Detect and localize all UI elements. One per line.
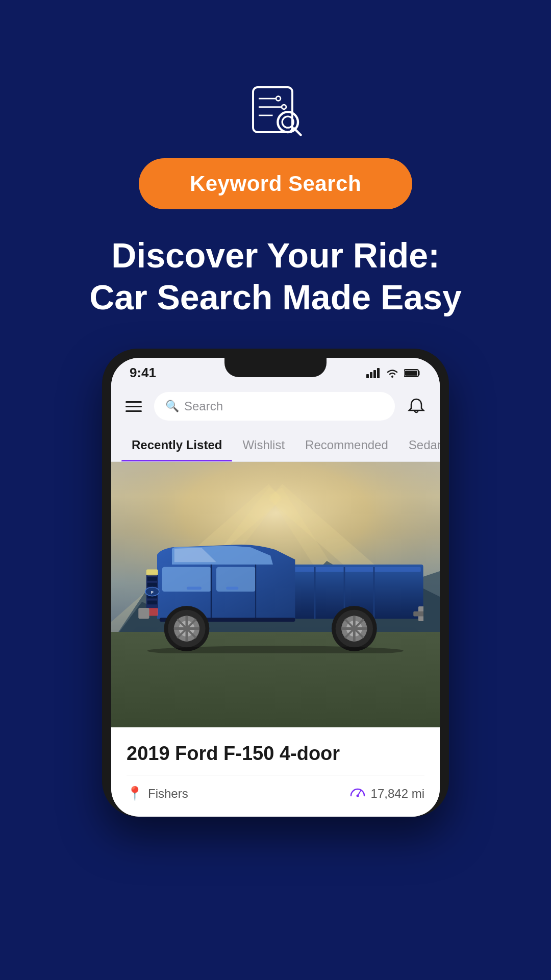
car-title: 2019 Ford F-150 4-door — [127, 743, 424, 765]
hamburger-line-3 — [126, 410, 142, 412]
tabs-row: Recently Listed Wishlist Recommended Sed… — [111, 429, 440, 462]
phone-notch — [224, 358, 327, 377]
svg-rect-39 — [147, 600, 157, 604]
svg-rect-24 — [288, 567, 421, 572]
svg-rect-10 — [370, 372, 372, 378]
svg-rect-28 — [162, 567, 212, 592]
notification-button[interactable] — [403, 393, 430, 420]
headline-line2: Car Search Made Easy — [89, 278, 462, 316]
svg-rect-62 — [413, 611, 423, 616]
car-divider — [127, 775, 424, 775]
svg-rect-32 — [187, 586, 202, 590]
car-location-text: Fishers — [148, 787, 188, 801]
search-bar[interactable]: 🔍 Search — [154, 392, 395, 421]
headline-line1: Discover Your Ride: — [111, 236, 440, 275]
location-pin-icon: 📍 — [127, 786, 143, 801]
hamburger-line-1 — [126, 401, 142, 403]
signal-icon — [366, 368, 381, 378]
keyword-search-button[interactable]: Keyword Search — [139, 158, 412, 209]
svg-point-13 — [391, 376, 393, 378]
svg-point-66 — [356, 795, 359, 797]
svg-rect-42 — [146, 569, 158, 575]
svg-rect-36 — [147, 582, 157, 586]
status-icons — [366, 368, 421, 378]
car-info: 2019 Ford F-150 4-door 📍 Fishers — [111, 727, 440, 817]
svg-rect-33 — [226, 586, 238, 590]
svg-line-8 — [294, 128, 300, 135]
car-meta: 📍 Fishers 17,842 mi — [127, 786, 424, 812]
svg-rect-0 — [253, 87, 292, 132]
svg-rect-12 — [377, 368, 380, 378]
wifi-icon — [386, 368, 399, 378]
tab-recommended[interactable]: Recommended — [295, 429, 398, 461]
car-mileage-text: 17,842 mi — [371, 787, 424, 801]
tab-sedans[interactable]: Sedans — [398, 429, 440, 461]
svg-rect-15 — [405, 371, 417, 376]
tab-recently-listed[interactable]: Recently Listed — [121, 429, 232, 461]
phone-screen: 9:41 — [111, 358, 440, 817]
search-input[interactable]: Search — [184, 399, 223, 413]
hamburger-menu-button[interactable] — [121, 397, 146, 416]
svg-rect-35 — [147, 577, 157, 581]
svg-text:F: F — [151, 590, 154, 595]
svg-rect-9 — [366, 374, 369, 378]
car-mileage: 17,842 mi — [349, 786, 424, 801]
app-icon — [247, 82, 304, 138]
svg-rect-11 — [373, 370, 376, 378]
car-location: 📍 Fishers — [127, 786, 188, 801]
headline: Discover Your Ride: Car Search Made Easy — [59, 235, 492, 318]
top-section: Keyword Search Discover Your Ride: Car S… — [0, 0, 551, 847]
svg-point-5 — [282, 105, 286, 109]
phone-mockup: 9:41 — [102, 349, 449, 817]
search-header: 🔍 Search — [111, 384, 440, 429]
svg-rect-63 — [138, 608, 149, 619]
battery-icon — [404, 369, 421, 378]
hamburger-line-2 — [126, 406, 142, 407]
car-image: F — [111, 462, 440, 727]
tab-wishlist[interactable]: Wishlist — [232, 429, 295, 461]
mileage-icon — [349, 786, 366, 801]
status-time: 9:41 — [130, 365, 156, 381]
search-magnifier-icon: 🔍 — [165, 400, 179, 413]
svg-point-4 — [276, 96, 281, 101]
